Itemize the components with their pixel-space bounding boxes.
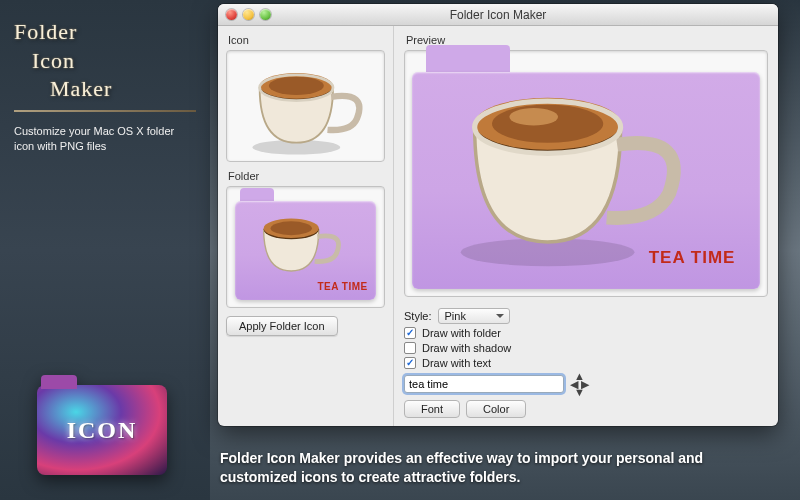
titlebar[interactable]: Folder Icon Maker <box>218 4 778 26</box>
color-button[interactable]: Color <box>466 400 526 418</box>
window-title: Folder Icon Maker <box>218 8 778 22</box>
preview-overlay-text: TEA TIME <box>649 248 736 268</box>
title-line-2: Icon <box>32 47 196 76</box>
preview-well: TEA TIME <box>404 50 768 297</box>
dock-icon-label: ICON <box>67 417 138 444</box>
app-window: Folder Icon Maker Icon Folder <box>218 4 778 426</box>
draw-with-shadow-checkbox[interactable] <box>404 342 416 354</box>
folder-thumbnail-text: TEA TIME <box>317 281 367 292</box>
title-divider <box>14 110 196 112</box>
folder-label: Folder <box>228 170 385 182</box>
style-select[interactable]: Pink <box>438 308 510 324</box>
folder-well[interactable]: TEA TIME <box>226 186 385 308</box>
icon-well[interactable] <box>226 50 385 162</box>
draw-with-text-label: Draw with text <box>422 357 491 369</box>
title-line-3: Maker <box>50 75 196 104</box>
close-icon[interactable] <box>226 9 237 20</box>
coffee-cup-icon <box>243 198 353 289</box>
promo-sidebar: Folder Icon Maker Customize your Mac OS … <box>0 0 210 500</box>
move-handle-icon[interactable]: ▲◀ ▶▼ <box>570 372 589 396</box>
apply-folder-icon-button[interactable]: Apply Folder Icon <box>226 316 338 336</box>
svg-point-12 <box>510 108 559 125</box>
overlay-text-input[interactable] <box>404 375 564 393</box>
svg-point-7 <box>271 222 312 236</box>
icon-label: Icon <box>228 34 385 46</box>
style-label: Style: <box>404 310 432 322</box>
coffee-cup-icon <box>426 63 704 275</box>
coffee-cup-icon <box>227 51 384 161</box>
font-button[interactable]: Font <box>404 400 460 418</box>
dock-icon: ICON <box>32 375 172 480</box>
tagline: Customize your Mac OS X folder icon with… <box>14 124 196 155</box>
minimize-icon[interactable] <box>243 9 254 20</box>
draw-with-shadow-label: Draw with shadow <box>422 342 511 354</box>
draw-with-folder-checkbox[interactable] <box>404 327 416 339</box>
draw-with-text-checkbox[interactable] <box>404 357 416 369</box>
draw-with-folder-label: Draw with folder <box>422 327 501 339</box>
svg-point-3 <box>269 77 324 95</box>
title-line-1: Folder <box>14 18 196 47</box>
promo-caption: Folder Icon Maker provides an effective … <box>220 449 782 488</box>
app-title: Folder Icon Maker <box>14 18 196 104</box>
zoom-icon[interactable] <box>260 9 271 20</box>
